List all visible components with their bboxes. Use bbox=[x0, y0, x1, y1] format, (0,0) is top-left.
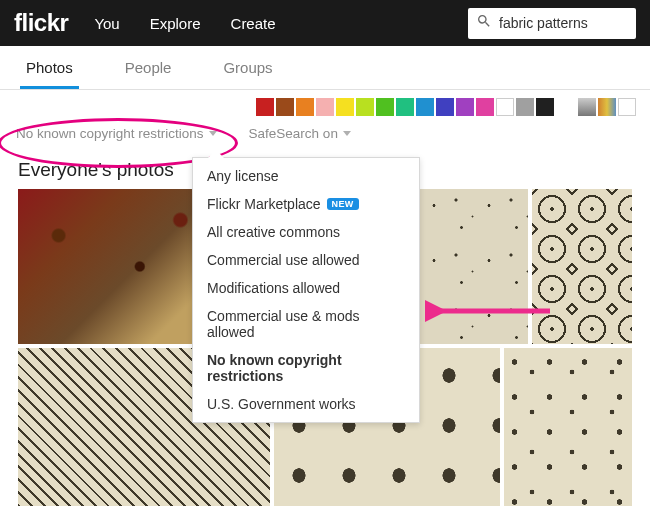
license-filter-label: No known copyright restrictions bbox=[16, 126, 204, 141]
photo-thumb[interactable] bbox=[18, 189, 221, 344]
license-filter[interactable]: No known copyright restrictions bbox=[16, 126, 217, 141]
chevron-down-icon bbox=[343, 131, 351, 136]
safesearch-filter[interactable]: SafeSearch on bbox=[249, 126, 351, 141]
license-dropdown: Any license Flickr MarketplaceNEW All cr… bbox=[192, 157, 420, 423]
swatch-extra-group bbox=[578, 98, 636, 116]
license-option-mods[interactable]: Modifications allowed bbox=[193, 274, 419, 302]
swatch[interactable] bbox=[436, 98, 454, 116]
license-option-usgov[interactable]: U.S. Government works bbox=[193, 390, 419, 418]
safesearch-label: SafeSearch on bbox=[249, 126, 338, 141]
tab-people[interactable]: People bbox=[119, 59, 178, 89]
swatch[interactable] bbox=[536, 98, 554, 116]
swatch[interactable] bbox=[416, 98, 434, 116]
nav-you[interactable]: You bbox=[94, 15, 119, 32]
swatch[interactable] bbox=[496, 98, 514, 116]
license-option-marketplace[interactable]: Flickr MarketplaceNEW bbox=[193, 190, 419, 218]
swatch[interactable] bbox=[476, 98, 494, 116]
flickr-logo[interactable]: flickr bbox=[14, 9, 68, 37]
license-option-commercial[interactable]: Commercial use allowed bbox=[193, 246, 419, 274]
license-option-no-copyright[interactable]: No known copyright restrictions bbox=[193, 346, 419, 390]
swatch[interactable] bbox=[256, 98, 274, 116]
swatch[interactable] bbox=[336, 98, 354, 116]
swatch[interactable] bbox=[376, 98, 394, 116]
swatch[interactable] bbox=[516, 98, 534, 116]
tab-photos[interactable]: Photos bbox=[20, 59, 79, 89]
new-badge: NEW bbox=[327, 198, 359, 210]
swatch[interactable] bbox=[296, 98, 314, 116]
license-option-commercial-mods[interactable]: Commercial use & mods allowed bbox=[193, 302, 419, 346]
nav-explore[interactable]: Explore bbox=[150, 15, 201, 32]
photo-thumb[interactable] bbox=[504, 348, 632, 506]
swatch[interactable] bbox=[316, 98, 334, 116]
swatch[interactable] bbox=[356, 98, 374, 116]
swatch-blank[interactable] bbox=[618, 98, 636, 116]
tab-groups[interactable]: Groups bbox=[217, 59, 278, 89]
swatch-multi[interactable] bbox=[598, 98, 616, 116]
license-option-any[interactable]: Any license bbox=[193, 162, 419, 190]
swatch[interactable] bbox=[456, 98, 474, 116]
search-box[interactable] bbox=[468, 8, 636, 39]
color-filter-row bbox=[0, 90, 650, 120]
search-input[interactable] bbox=[499, 15, 627, 31]
swatch[interactable] bbox=[396, 98, 414, 116]
result-tabs: Photos People Groups bbox=[0, 46, 650, 90]
photo-thumb[interactable] bbox=[532, 189, 632, 344]
search-icon bbox=[476, 13, 492, 33]
license-option-cc[interactable]: All creative commons bbox=[193, 218, 419, 246]
swatch-gradient[interactable] bbox=[578, 98, 596, 116]
top-navbar: flickr You Explore Create bbox=[0, 0, 650, 46]
filter-bar: No known copyright restrictions SafeSear… bbox=[0, 120, 650, 141]
nav-create[interactable]: Create bbox=[231, 15, 276, 32]
chevron-down-icon bbox=[209, 131, 217, 136]
swatch[interactable] bbox=[276, 98, 294, 116]
